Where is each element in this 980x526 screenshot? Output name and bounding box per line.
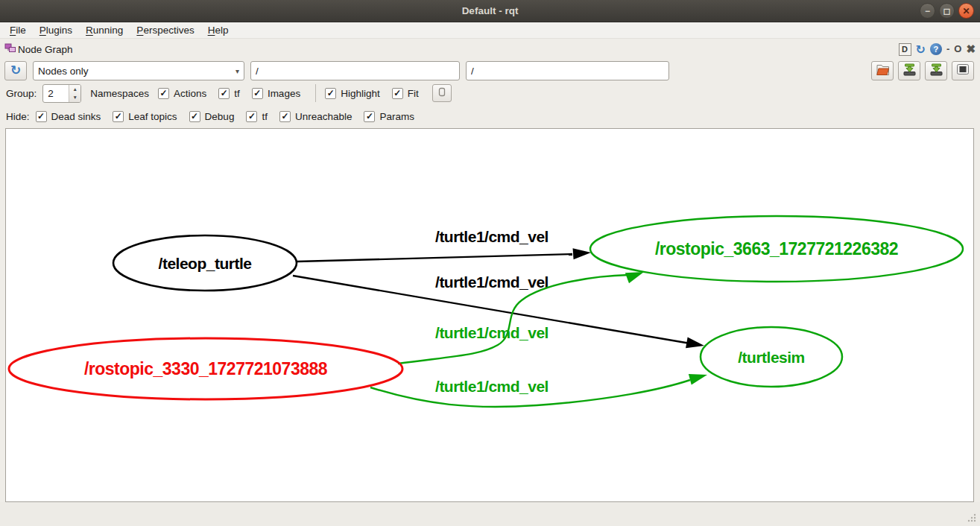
spin-down-button[interactable]: ▼ <box>69 93 80 102</box>
checkbox-tf-box[interactable]: ✓ <box>246 111 257 122</box>
checkbox-debug[interactable]: ✓Debug <box>189 111 235 122</box>
checkbox-leaf-topics-box[interactable]: ✓ <box>113 111 124 122</box>
save-icon <box>929 63 943 79</box>
checkbox-actions[interactable]: ✓Actions <box>158 88 206 99</box>
hide-row: Hide: ✓Dead sinks✓Leaf topics✓Debug✓tf✓U… <box>0 107 980 126</box>
node-filter-input[interactable] <box>250 61 460 80</box>
graph-type-select[interactable]: Nodes only ▾ <box>33 61 244 80</box>
dock-detach-button[interactable]: D <box>899 43 911 56</box>
graph-edge-0: /turtle1/cmd_vel <box>297 228 591 262</box>
close-button[interactable]: ✕ <box>958 3 974 19</box>
graph-node-rostopic_3330[interactable]: /rostopic_3330_1727721073888 <box>9 338 402 399</box>
save-icon <box>902 63 917 79</box>
graph-panel[interactable]: /turtle1/cmd_vel/turtle1/cmd_vel/turtle1… <box>5 128 974 502</box>
edge-label: /turtle1/cmd_vel <box>435 378 549 395</box>
folder-open-icon <box>876 63 890 79</box>
graph-node-turtlesim[interactable]: /turtlesim <box>701 327 842 387</box>
group-label: Group: <box>6 88 37 99</box>
title-bar[interactable]: Default - rqt −◻✕ <box>0 0 980 22</box>
checkbox-images-label: Images <box>268 88 300 99</box>
options-row: Group: 2 ▲ ▼ Namespaces ✓Actions✓tf✓Imag… <box>0 83 980 103</box>
checkbox-leaf-topics-label: Leaf topics <box>128 111 177 122</box>
checkbox-dead-sinks-box[interactable]: ✓ <box>36 111 47 122</box>
chevron-down-icon: ▾ <box>235 67 239 75</box>
node-label: /rostopic_3663_1727721226382 <box>655 239 898 259</box>
menu-item-running[interactable]: Running <box>79 24 130 37</box>
menu-item-file[interactable]: File <box>3 24 33 37</box>
menu-item-perspectives[interactable]: Perspectives <box>130 24 200 37</box>
checkbox-highlight[interactable]: ✓Highlight <box>325 88 380 99</box>
checkbox-fit-box[interactable]: ✓ <box>392 88 403 99</box>
checkbox-tf-label: tf <box>262 111 268 122</box>
snapshot-icon <box>437 87 446 99</box>
resize-grip[interactable] <box>966 512 976 522</box>
edge-label: /turtle1/cmd_vel <box>435 273 549 291</box>
save-image-button[interactable] <box>952 61 974 80</box>
dock-minimize-button[interactable]: - <box>946 44 949 54</box>
dock-close-button[interactable]: ✖ <box>966 44 976 54</box>
group-value: 2 <box>43 85 69 102</box>
checkbox-dead-sinks-label: Dead sinks <box>51 111 101 122</box>
save-dot-button[interactable] <box>898 61 920 80</box>
hide-label: Hide: <box>6 111 30 122</box>
status-bar <box>0 502 980 526</box>
checkbox-tf-label: tf <box>234 88 240 99</box>
checkbox-tf-box[interactable]: ✓ <box>218 88 230 99</box>
group-spinner[interactable]: 2 ▲ ▼ <box>42 84 81 103</box>
dock-title: Node Graph <box>4 42 73 56</box>
rqt-window: Default - rqt −◻✕ FilePluginsRunningPers… <box>0 0 980 526</box>
graph-type-value: Nodes only <box>38 66 235 77</box>
edge-label: /turtle1/cmd_vel <box>435 324 549 341</box>
save-svg-button[interactable] <box>925 61 947 80</box>
checkbox-debug-box[interactable]: ✓ <box>189 111 200 122</box>
dock-float-button[interactable]: O <box>954 44 961 54</box>
dock-buttons: D↻?-O✖ <box>899 43 976 56</box>
graph-node-rostopic_3663[interactable]: /rostopic_3663_1727721226382 <box>590 216 963 282</box>
node-graph-icon <box>4 42 16 56</box>
checkbox-actions-label: Actions <box>174 88 206 99</box>
checkbox-dead-sinks[interactable]: ✓Dead sinks <box>36 111 101 122</box>
node-graph-canvas: /turtle1/cmd_vel/turtle1/cmd_vel/turtle1… <box>6 129 973 501</box>
open-button[interactable] <box>871 61 894 80</box>
checkbox-params-label: Params <box>379 111 414 122</box>
checkbox-highlight-box[interactable]: ✓ <box>325 88 336 99</box>
dock-title-label: Node Graph <box>18 44 73 55</box>
toolbar-separator <box>315 84 316 102</box>
menu-item-plugins[interactable]: Plugins <box>33 24 79 37</box>
checkbox-fit-label: Fit <box>408 88 419 99</box>
checkbox-unreachable[interactable]: ✓Unreachable <box>279 111 353 122</box>
checkbox-images-box[interactable]: ✓ <box>252 88 263 99</box>
node-label: /teleop_turtle <box>159 255 252 272</box>
window-controls: −◻✕ <box>920 3 974 19</box>
minimize-button[interactable]: − <box>920 3 935 19</box>
checkbox-tf[interactable]: ✓tf <box>218 88 240 99</box>
checkbox-unreachable-box[interactable]: ✓ <box>279 111 291 122</box>
dock-help-button[interactable]: ? <box>930 43 942 55</box>
window-title: Default - rqt <box>0 0 980 22</box>
graph-edge-3: /turtle1/cmd_vel <box>370 374 707 407</box>
menu-bar: FilePluginsRunningPerspectivesHelp <box>0 22 980 39</box>
checkbox-actions-box[interactable]: ✓ <box>158 88 169 99</box>
spin-up-button[interactable]: ▲ <box>69 85 80 94</box>
snapshot-button[interactable] <box>432 84 452 102</box>
checkbox-fit[interactable]: ✓Fit <box>392 88 419 99</box>
refresh-button[interactable]: ↻ <box>4 61 27 80</box>
checkbox-params[interactable]: ✓Params <box>364 111 414 122</box>
node-label: /rostopic_3330_1727721073888 <box>84 359 328 378</box>
node-label: /turtlesim <box>738 349 805 366</box>
checkbox-tf[interactable]: ✓tf <box>246 111 268 122</box>
graph-node-teleop_turtle[interactable]: /teleop_turtle <box>113 235 297 291</box>
edge-label: /turtle1/cmd_vel <box>435 228 549 245</box>
graph-toolbar: ↻ Nodes only ▾ <box>0 61 980 80</box>
checkbox-leaf-topics[interactable]: ✓Leaf topics <box>113 111 177 122</box>
checkbox-unreachable-label: Unreachable <box>295 111 353 122</box>
refresh-icon: ↻ <box>10 63 21 77</box>
checkbox-highlight-label: Highlight <box>341 88 380 99</box>
topic-filter-input[interactable] <box>466 61 669 80</box>
dock-reload-button[interactable]: ↻ <box>916 44 926 55</box>
maximize-button[interactable]: ◻ <box>939 3 955 19</box>
checkbox-params-box[interactable]: ✓ <box>364 111 375 122</box>
checkbox-images[interactable]: ✓Images <box>252 88 300 99</box>
menu-item-help[interactable]: Help <box>201 24 235 37</box>
toolbar-action-buttons <box>871 61 974 80</box>
